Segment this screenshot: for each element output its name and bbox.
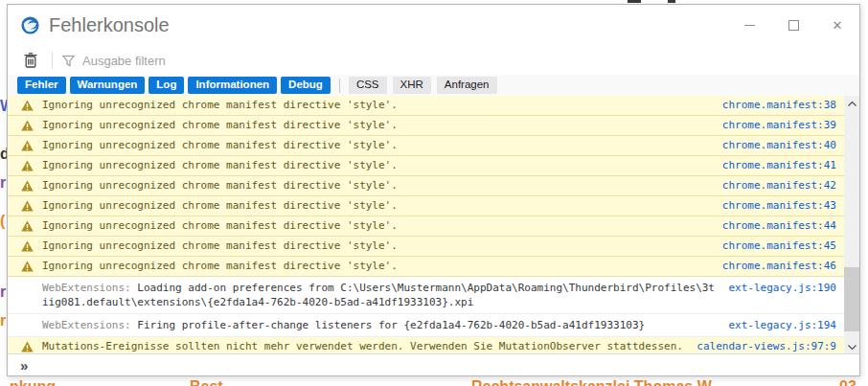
filter-group-separator bbox=[339, 79, 340, 93]
filter-toggle-xhr[interactable]: XHR bbox=[393, 77, 431, 94]
source-link[interactable]: chrome.manifest:41 bbox=[722, 156, 836, 175]
message-body: Ignoring unrecognized chrome manifest di… bbox=[42, 237, 709, 256]
message-prefix: WebExtensions: bbox=[42, 282, 137, 294]
bg-text: Rechtsanwaltskanzlei Thomas W bbox=[471, 378, 712, 386]
message-text: Ignoring unrecognized chrome manifest di… bbox=[42, 260, 398, 272]
warning-icon bbox=[21, 341, 34, 352]
console-message-row: Ignoring unrecognized chrome manifest di… bbox=[8, 116, 844, 136]
warning-icon bbox=[21, 240, 34, 252]
filter-toggle-log[interactable]: Log bbox=[148, 77, 184, 94]
message-body: Ignoring unrecognized chrome manifest di… bbox=[42, 96, 709, 115]
bg-letter: r bbox=[0, 312, 6, 329]
vertical-scrollbar[interactable] bbox=[844, 96, 859, 354]
source-link[interactable]: chrome.manifest:43 bbox=[722, 196, 836, 216]
filter-output-input[interactable] bbox=[80, 53, 295, 69]
minimize-button[interactable] bbox=[727, 5, 771, 46]
bg-letter: r bbox=[0, 284, 6, 301]
source-link[interactable]: chrome.manifest:39 bbox=[722, 116, 836, 135]
thunderbird-logo-icon bbox=[21, 16, 39, 34]
title-bar: Fehlerkonsole ✕ bbox=[8, 5, 859, 46]
console-message-list: Ignoring unrecognized chrome manifest di… bbox=[8, 96, 844, 354]
window-title: Fehlerkonsole bbox=[49, 14, 170, 36]
bg-letter: d bbox=[0, 146, 7, 163]
minimize-icon bbox=[744, 25, 755, 26]
source-link[interactable]: ext-legacy.js:194 bbox=[728, 318, 836, 332]
source-link[interactable]: chrome.manifest:40 bbox=[722, 136, 836, 155]
console-toolbar bbox=[8, 46, 859, 75]
chevron-down-icon bbox=[848, 345, 857, 350]
console-message-row: Mutations-Ereignisse sollten nicht mehr … bbox=[8, 337, 844, 354]
console-message-row: Ignoring unrecognized chrome manifest di… bbox=[8, 257, 844, 277]
chevron-up-icon bbox=[848, 102, 857, 106]
message-body: Ignoring unrecognized chrome manifest di… bbox=[42, 176, 709, 195]
error-console-window: Fehlerkonsole ✕ bbox=[7, 4, 860, 376]
message-body: WebExtensions: Loading add-on preference… bbox=[42, 281, 715, 309]
close-button[interactable]: ✕ bbox=[815, 5, 859, 46]
message-body: Mutations-Ereignisse sollten nicht mehr … bbox=[42, 337, 683, 354]
source-link[interactable]: chrome.manifest:46 bbox=[722, 257, 836, 276]
bg-text: nkung bbox=[10, 378, 56, 386]
message-body: Ignoring unrecognized chrome manifest di… bbox=[42, 156, 709, 175]
console-output-area: Ignoring unrecognized chrome manifest di… bbox=[8, 96, 859, 354]
message-body: WebExtensions: Firing profile-after-chan… bbox=[42, 318, 715, 332]
console-message-row: Ignoring unrecognized chrome manifest di… bbox=[8, 216, 844, 237]
message-text: Mutations-Ereignisse sollten nicht mehr … bbox=[42, 340, 683, 352]
scroll-down-button[interactable] bbox=[844, 339, 859, 354]
filter-toggle-debug[interactable]: Debug bbox=[281, 77, 331, 94]
bg-letter: ( bbox=[0, 213, 5, 230]
warning-icon bbox=[21, 100, 34, 111]
source-link[interactable]: chrome.manifest:38 bbox=[722, 96, 836, 115]
console-message-row: Ignoring unrecognized chrome manifest di… bbox=[8, 96, 844, 116]
background-page-bottom-fragment: nkung Best Rechtsanwaltskanzlei Thomas W… bbox=[0, 377, 868, 386]
warning-icon bbox=[21, 160, 34, 171]
source-link[interactable]: chrome.manifest:42 bbox=[722, 176, 836, 195]
warning-icon bbox=[21, 120, 34, 131]
filter-toggle-fehler[interactable]: Fehler bbox=[17, 77, 66, 94]
scrollbar-thumb[interactable] bbox=[844, 267, 859, 331]
message-body: Ignoring unrecognized chrome manifest di… bbox=[42, 116, 709, 135]
maximize-button[interactable] bbox=[771, 5, 815, 46]
console-message-row: WebExtensions: Firing profile-after-chan… bbox=[8, 314, 844, 337]
warning-icon bbox=[21, 200, 34, 212]
console-input-row[interactable]: » bbox=[8, 353, 859, 375]
filter-toggle-warnungen[interactable]: Warnungen bbox=[70, 77, 146, 94]
maximize-icon bbox=[788, 20, 799, 31]
source-link[interactable]: calendar-views.js:97:9 bbox=[697, 337, 836, 354]
clear-console-button[interactable] bbox=[21, 51, 40, 70]
funnel-icon bbox=[62, 55, 75, 67]
toolbar-separator bbox=[52, 52, 53, 69]
source-link[interactable]: chrome.manifest:44 bbox=[722, 216, 836, 236]
message-body: Ignoring unrecognized chrome manifest di… bbox=[42, 196, 709, 216]
bg-letter: W bbox=[0, 98, 7, 115]
warning-icon bbox=[21, 261, 34, 272]
background-page-left-fragment: W d r ( r r bbox=[0, 96, 7, 383]
filter-toggle-informationen[interactable]: Informationen bbox=[188, 77, 277, 94]
message-text: Ignoring unrecognized chrome manifest di… bbox=[42, 139, 398, 151]
message-body: Ignoring unrecognized chrome manifest di… bbox=[42, 257, 709, 276]
warning-icon bbox=[21, 220, 34, 232]
console-message-row: WebExtensions: Loading add-on preference… bbox=[8, 277, 844, 314]
source-link[interactable]: chrome.manifest:45 bbox=[722, 237, 836, 256]
message-text: Ignoring unrecognized chrome manifest di… bbox=[42, 219, 398, 232]
console-message-row: Ignoring unrecognized chrome manifest di… bbox=[8, 196, 844, 216]
message-text: Firing profile-after-change listeners fo… bbox=[137, 319, 645, 331]
bg-letter: r bbox=[0, 174, 6, 192]
console-message-row: Ignoring unrecognized chrome manifest di… bbox=[8, 136, 844, 156]
message-text: Ignoring unrecognized chrome manifest di… bbox=[42, 199, 398, 212]
window-controls: ✕ bbox=[727, 5, 859, 46]
bg-text: Best bbox=[190, 378, 223, 386]
console-message-row: Ignoring unrecognized chrome manifest di… bbox=[8, 237, 844, 257]
trash-icon bbox=[24, 53, 37, 68]
message-body: Ignoring unrecognized chrome manifest di… bbox=[42, 216, 709, 236]
close-icon: ✕ bbox=[833, 19, 843, 32]
filter-toggle-anfragen[interactable]: Anfragen bbox=[437, 77, 497, 94]
message-text: Ignoring unrecognized chrome manifest di… bbox=[42, 99, 398, 111]
filter-output-box bbox=[62, 53, 295, 69]
message-text: Ignoring unrecognized chrome manifest di… bbox=[42, 159, 398, 171]
bg-text: 03 bbox=[839, 378, 857, 386]
scroll-up-button[interactable] bbox=[844, 96, 859, 111]
filter-toggle-css[interactable]: CSS bbox=[349, 77, 387, 94]
warning-icon bbox=[21, 140, 34, 151]
prompt-chevrons-icon: » bbox=[20, 358, 28, 373]
source-link[interactable]: ext-legacy.js:190 bbox=[728, 281, 836, 295]
